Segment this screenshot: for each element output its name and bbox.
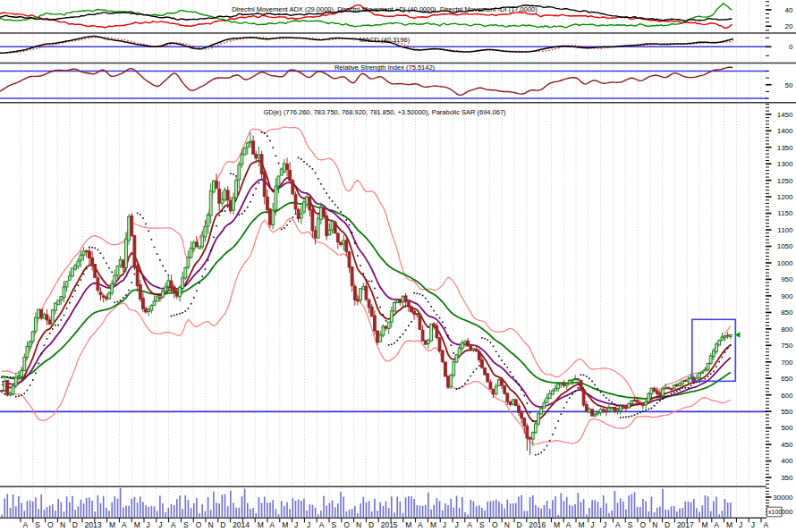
svg-text:A: A — [418, 520, 423, 529]
svg-text:A: A — [566, 520, 572, 529]
svg-text:J: J — [147, 520, 150, 529]
svg-text:D: D — [368, 520, 374, 529]
svg-text:550: 550 — [781, 408, 793, 416]
svg-text:N: N — [208, 520, 214, 529]
svg-text:650: 650 — [781, 375, 793, 383]
svg-text:400: 400 — [781, 457, 793, 465]
svg-text:20: 20 — [785, 22, 793, 30]
svg-text:A: A — [23, 520, 29, 529]
svg-text:A: A — [615, 520, 621, 529]
svg-text:750: 750 — [781, 342, 793, 350]
svg-text:2013: 2013 — [85, 520, 102, 529]
svg-text:30000: 30000 — [773, 494, 793, 502]
svg-text:Directnl Movement ADX (29.0000: Directnl Movement ADX (29.0000), Directn… — [232, 5, 538, 13]
svg-text:M: M — [109, 520, 115, 529]
svg-text:A: A — [122, 520, 127, 529]
svg-text:J: J — [603, 520, 606, 529]
svg-text:N: N — [356, 520, 361, 529]
svg-text:A: A — [467, 520, 472, 529]
svg-text:J: J — [294, 520, 298, 529]
svg-text:GD(e) (776.260, 783.750, 768.9: GD(e) (776.260, 783.750, 768.920, 781.85… — [263, 108, 506, 116]
svg-text:A: A — [270, 520, 275, 529]
svg-text:800: 800 — [781, 325, 793, 334]
svg-text:O: O — [343, 520, 350, 529]
svg-text:x100: x100 — [768, 509, 782, 515]
svg-text:1300: 1300 — [777, 160, 793, 168]
svg-text:D: D — [220, 520, 225, 529]
svg-text:M: M — [554, 520, 560, 529]
svg-text:1450: 1450 — [777, 111, 793, 119]
svg-text:J: J — [443, 520, 446, 529]
svg-text:1000: 1000 — [777, 259, 793, 267]
svg-text:500: 500 — [781, 424, 793, 432]
svg-text:M: M — [726, 520, 732, 529]
svg-text:2014: 2014 — [233, 520, 250, 529]
svg-text:J: J — [739, 520, 742, 529]
svg-text:O: O — [492, 520, 498, 529]
svg-text:1350: 1350 — [777, 144, 793, 152]
svg-text:950: 950 — [781, 275, 793, 283]
svg-text:700: 700 — [781, 359, 793, 367]
svg-text:A: A — [319, 520, 325, 529]
svg-text:450: 450 — [781, 441, 793, 449]
svg-text:A: A — [714, 520, 719, 529]
svg-text:J: J — [307, 520, 310, 529]
svg-text:40: 40 — [785, 6, 793, 14]
svg-text:J: J — [590, 520, 594, 529]
svg-text:N: N — [652, 520, 657, 529]
svg-text:S: S — [183, 520, 189, 529]
svg-text:M: M — [579, 520, 585, 529]
svg-text:1050: 1050 — [777, 242, 793, 250]
svg-text:J: J — [158, 520, 162, 529]
svg-text:1250: 1250 — [777, 177, 793, 185]
svg-text:S: S — [628, 520, 633, 529]
svg-text:900: 900 — [781, 292, 793, 300]
svg-text:850: 850 — [781, 308, 793, 317]
svg-text:350: 350 — [781, 474, 793, 482]
svg-text:2017: 2017 — [677, 520, 694, 529]
svg-text:0: 0 — [789, 43, 793, 51]
svg-text:1150: 1150 — [777, 209, 793, 217]
svg-text:Relative Strength Index (75.51: Relative Strength Index (75.5142) — [334, 63, 436, 72]
svg-text:M: M — [258, 520, 264, 529]
svg-text:D: D — [665, 520, 670, 529]
svg-text:2015: 2015 — [381, 520, 398, 529]
svg-text:O: O — [196, 520, 202, 529]
svg-text:MACD (40.3196): MACD (40.3196) — [360, 36, 411, 44]
svg-text:M: M — [702, 520, 708, 529]
svg-text:S: S — [332, 520, 337, 529]
svg-text:M: M — [134, 520, 140, 529]
svg-text:2016: 2016 — [529, 520, 546, 529]
svg-text:M: M — [430, 520, 436, 529]
svg-text:A: A — [171, 520, 176, 529]
svg-text:N: N — [504, 520, 510, 529]
svg-text:J: J — [455, 520, 459, 529]
svg-text:M: M — [282, 520, 288, 529]
svg-text:D: D — [72, 520, 78, 529]
svg-text:S: S — [479, 520, 485, 529]
svg-text:600: 600 — [781, 392, 793, 400]
svg-text:O: O — [47, 520, 54, 529]
svg-text:N: N — [60, 520, 65, 529]
svg-text:1400: 1400 — [777, 127, 793, 135]
svg-text:50: 50 — [785, 81, 793, 89]
svg-text:M: M — [405, 520, 411, 529]
svg-text:1100: 1100 — [777, 226, 793, 234]
svg-text:O: O — [640, 520, 647, 529]
svg-text:D: D — [517, 520, 522, 529]
svg-text:A: A — [764, 520, 769, 529]
svg-text:1200: 1200 — [777, 193, 793, 201]
svg-text:S: S — [35, 520, 40, 529]
svg-text:J: J — [751, 520, 755, 529]
